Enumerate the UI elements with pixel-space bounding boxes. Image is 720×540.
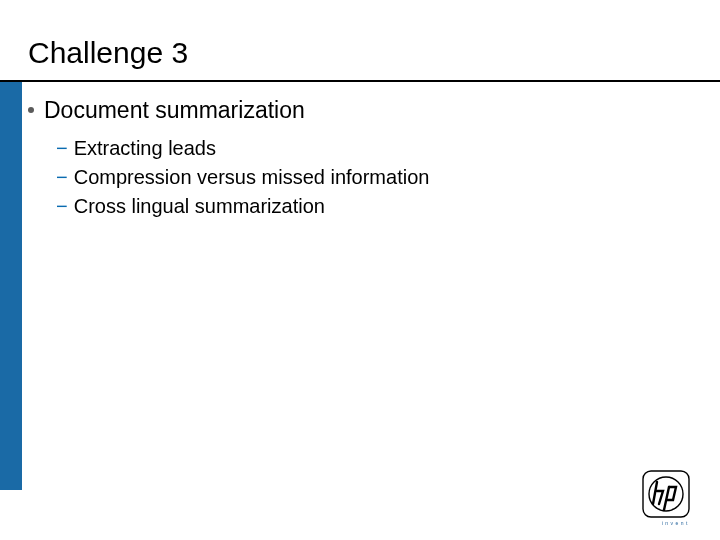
- bullet-text: Document summarization: [44, 96, 305, 125]
- page-title: Challenge 3: [28, 36, 188, 70]
- content-area: Document summarization − Extracting lead…: [28, 96, 680, 222]
- bullet-item: Document summarization: [28, 96, 680, 125]
- accent-bar: [0, 82, 22, 490]
- dash-icon: −: [56, 164, 68, 191]
- sub-bullet-item: − Extracting leads: [56, 135, 680, 162]
- title-underline: [0, 80, 720, 82]
- sub-bullet-text: Compression versus missed information: [74, 164, 430, 191]
- sub-bullet-item: − Compression versus missed information: [56, 164, 680, 191]
- logo-tagline: invent: [662, 520, 690, 526]
- slide: Challenge 3 Document summarization − Ext…: [0, 0, 720, 540]
- sub-bullet-text: Cross lingual summarization: [74, 193, 325, 220]
- svg-rect-0: [643, 471, 689, 517]
- svg-line-2: [653, 482, 657, 504]
- sub-bullet-text: Extracting leads: [74, 135, 216, 162]
- sub-bullet-item: − Cross lingual summarization: [56, 193, 680, 220]
- bullet-dot-icon: [28, 107, 34, 113]
- dash-icon: −: [56, 135, 68, 162]
- hp-logo-icon: [642, 470, 690, 518]
- sub-bullet-list: − Extracting leads − Compression versus …: [56, 135, 680, 220]
- svg-line-3: [664, 487, 669, 510]
- dash-icon: −: [56, 193, 68, 220]
